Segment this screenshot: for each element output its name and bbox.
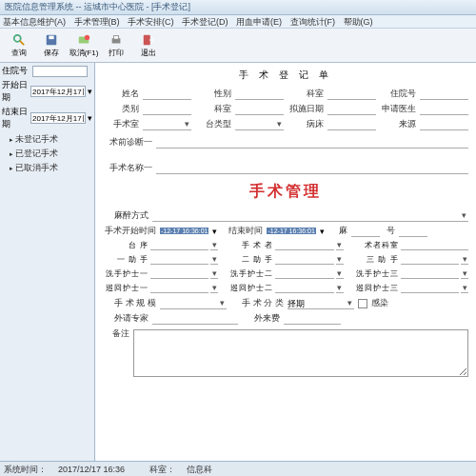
tree-item-cancelled[interactable]: 已取消手术 (2, 161, 92, 175)
exit-button[interactable]: 退出 (133, 30, 164, 60)
dept-field[interactable] (327, 89, 376, 100)
anesthesia-field[interactable] (152, 210, 459, 222)
inpatient-id-label: 住院号 (2, 65, 30, 77)
external-expert-field[interactable] (152, 313, 238, 325)
end-date-input[interactable] (30, 112, 86, 124)
toolbar: 查询 保存 取消(F1) 打印 退出 (0, 29, 476, 63)
dropdown-icon[interactable]: ▾ (210, 268, 218, 279)
save-icon (45, 33, 58, 47)
dropdown-icon[interactable]: ▾ (320, 227, 325, 236)
print-icon (109, 33, 123, 47)
notes-textarea[interactable] (133, 329, 468, 377)
menu-item[interactable]: 用血申请(E) (236, 17, 282, 27)
form-title: 手 术 登 记 单 (103, 69, 468, 82)
inpatient-field[interactable] (420, 89, 468, 100)
scrub-nurse1-field[interactable] (150, 268, 208, 279)
operation-name-field[interactable] (156, 163, 468, 174)
kind-field[interactable] (143, 104, 191, 115)
scrub-nurse2-field[interactable] (275, 268, 333, 279)
bed-field[interactable] (327, 119, 376, 130)
end-datetime[interactable]: -12-17 16:36:01 (267, 228, 315, 234)
svg-line-1 (20, 40, 24, 44)
scrub-nurse3-field[interactable] (401, 268, 459, 279)
assist3-field[interactable] (401, 254, 459, 265)
search-button[interactable]: 查询 (4, 30, 34, 60)
menu-item[interactable]: 手术管理(B) (74, 17, 120, 27)
sex-field[interactable] (235, 89, 284, 100)
start-date-label: 开始日期 (2, 79, 29, 104)
print-button[interactable]: 打印 (101, 30, 131, 60)
svg-rect-8 (144, 34, 150, 45)
desk-type-field[interactable] (235, 119, 274, 130)
menu-bar: 基本信息维护(A) 手术管理(B) 手术安排(C) 手术登记(D) 用血申请(E… (0, 15, 476, 29)
op-class-field[interactable]: 择期 (288, 298, 345, 309)
external-fee-field[interactable] (284, 313, 341, 325)
dropdown-icon[interactable]: ▾ (336, 240, 344, 250)
assist1-field[interactable] (150, 254, 208, 265)
menu-item[interactable]: 基本信息维护(A) (3, 17, 66, 27)
dropdown-icon[interactable]: ▾ (336, 268, 344, 279)
dropdown-icon[interactable]: ▾ (461, 268, 468, 279)
circ-nurse3-field[interactable] (401, 283, 459, 293)
date-picker-icon[interactable]: ▾ (88, 113, 92, 123)
tree-item-unregistered[interactable]: 未登记手术 (2, 132, 92, 147)
save-button[interactable]: 保存 (36, 30, 67, 60)
menu-item[interactable]: 手术登记(D) (182, 17, 228, 27)
dropdown-icon[interactable]: ▾ (210, 254, 218, 265)
date-picker-icon[interactable]: ▾ (88, 87, 92, 96)
main-panel: 手 术 登 记 单 姓名 性别 科室 住院号 类别 科室 拟施日期 申请医生 手… (95, 63, 476, 461)
dropdown-icon[interactable]: ▾ (461, 254, 468, 265)
dropdown-icon[interactable]: ▾ (461, 283, 468, 293)
num-field[interactable] (399, 226, 427, 237)
dropdown-icon[interactable]: ▾ (336, 283, 344, 293)
preop-diagnosis-field[interactable] (156, 137, 468, 149)
inpatient-id-input[interactable] (32, 66, 88, 77)
title-bar: 医院信息管理系统 -- 运城市中心医院 - [手术登记] (0, 0, 476, 15)
section-title: 手术管理 (103, 182, 468, 202)
svg-point-0 (14, 34, 21, 41)
start-date-input[interactable] (30, 86, 86, 97)
svg-rect-3 (49, 35, 53, 39)
svg-rect-7 (113, 35, 118, 39)
surgeon-field[interactable] (275, 240, 333, 250)
menu-item[interactable]: 查询统计(F) (290, 17, 336, 27)
plan-date-field[interactable] (327, 104, 376, 115)
dropdown-icon[interactable]: ▾ (210, 283, 218, 293)
circ-nurse1-field[interactable] (150, 283, 208, 293)
search-icon (12, 33, 26, 47)
end-date-label: 结束日期 (2, 106, 29, 130)
tree-item-registered[interactable]: 已登记手术 (2, 147, 92, 161)
surgeon-dept-field[interactable] (401, 240, 468, 250)
menu-item[interactable]: 手术安排(C) (128, 17, 174, 27)
ward-field[interactable] (235, 104, 284, 115)
status-bar: 系统时间：2017/12/17 16:36 科室：信息科 (0, 461, 476, 476)
menu-item[interactable]: 帮助(G) (344, 17, 373, 27)
dropdown-icon[interactable]: ▾ (182, 119, 191, 130)
dropdown-icon[interactable]: ▾ (345, 298, 354, 309)
svg-point-5 (85, 34, 89, 39)
dept-label: 科室：信息科 (149, 465, 224, 474)
table-order-field[interactable] (150, 240, 208, 250)
dropdown-icon[interactable]: ▾ (210, 240, 218, 250)
dropdown-icon[interactable]: ▾ (336, 254, 344, 265)
dropdown-icon[interactable]: ▾ (212, 227, 217, 236)
left-panel: 住院号 开始日期▾ 结束日期▾ 未登记手术 已登记手术 已取消手术 (0, 63, 95, 461)
name-field[interactable] (143, 89, 191, 100)
source-field[interactable] (420, 119, 468, 130)
op-room-field[interactable] (143, 119, 182, 130)
app-title: 医院信息管理系统 -- 运城市中心医院 - [手术登记] (5, 2, 190, 11)
op-scale-field[interactable] (160, 298, 217, 309)
doctor-field[interactable] (420, 104, 468, 115)
infection-checkbox[interactable] (358, 299, 367, 308)
dropdown-icon[interactable]: ▾ (217, 298, 227, 309)
exit-icon (142, 33, 155, 47)
anes-subfield[interactable] (351, 226, 380, 237)
system-time-label: 系统时间：2017/12/17 16:36 (4, 465, 136, 474)
dropdown-icon[interactable]: ▾ (459, 210, 468, 222)
assist2-field[interactable] (275, 254, 333, 265)
dropdown-icon[interactable]: ▾ (274, 119, 284, 130)
cancel-icon (77, 33, 90, 47)
cancel-button[interactable]: 取消(F1) (69, 30, 99, 60)
start-datetime[interactable]: -12-17 16:36:01 (160, 228, 208, 234)
circ-nurse2-field[interactable] (275, 283, 333, 293)
